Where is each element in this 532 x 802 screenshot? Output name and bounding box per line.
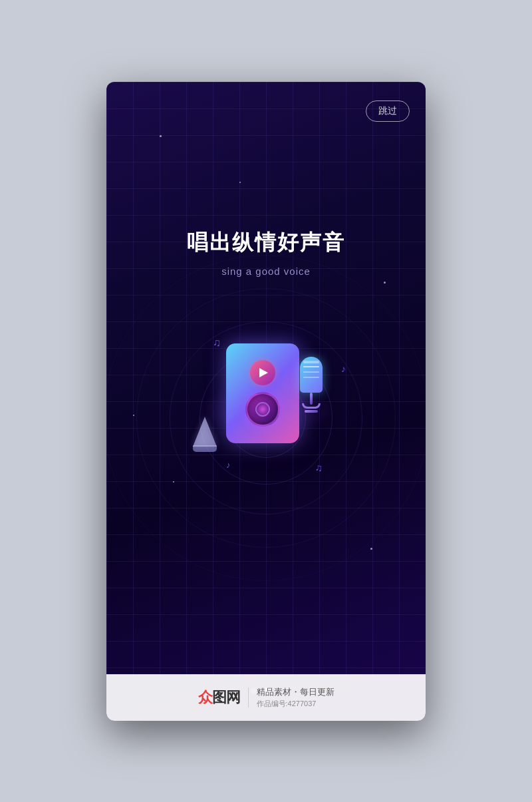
watermark-divider	[248, 688, 249, 707]
mic-line	[303, 371, 319, 373]
music-note-4: ♫	[315, 462, 323, 473]
speaker-play-button	[250, 360, 275, 385]
watermark-sub: 作品编号:4277037	[257, 699, 334, 709]
mic-line	[303, 366, 319, 367]
mic-base	[305, 410, 318, 413]
mic-head	[300, 357, 323, 393]
mic-neck	[310, 393, 313, 405]
phone-card: 跳过 唱出纵情好声音 sing a good voice	[106, 82, 426, 721]
cone-shape	[193, 417, 219, 457]
watermark-info: 精品素材・每日更新 作品编号:4277037	[257, 686, 334, 709]
mic-line	[303, 361, 319, 362]
mic-lines	[300, 357, 323, 393]
music-note-1: ♫	[213, 337, 221, 349]
watermark-bar: 众图网 精品素材・每日更新 作品编号:4277037	[106, 674, 426, 721]
music-note-3: ♪	[226, 460, 231, 470]
sub-title: sing a good voice	[221, 266, 311, 277]
speaker-box	[226, 343, 299, 443]
speaker-woofer	[245, 392, 280, 427]
main-content: 唱出纵情好声音 sing a good voice	[106, 82, 426, 721]
cone-body	[193, 417, 217, 447]
watermark-logo: 众图网	[198, 688, 240, 707]
illustration: ♫ ♪ ♪ ♫	[173, 330, 359, 477]
mic-stand	[302, 403, 321, 409]
skip-button[interactable]: 跳过	[366, 100, 410, 122]
main-title: 唱出纵情好声音	[187, 228, 345, 258]
watermark-tagline: 精品素材・每日更新	[257, 686, 334, 699]
mic-line	[303, 377, 319, 378]
speaker-woofer-inner	[255, 402, 270, 417]
microphone	[296, 357, 326, 437]
music-note-2: ♪	[341, 363, 346, 374]
